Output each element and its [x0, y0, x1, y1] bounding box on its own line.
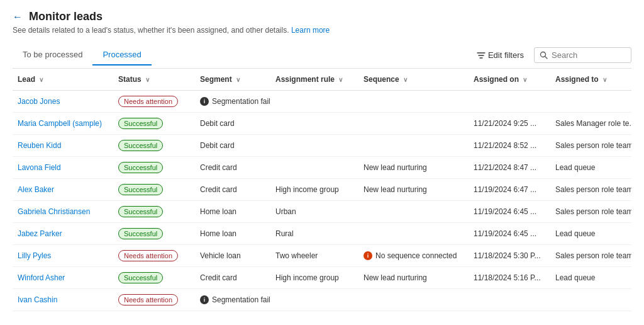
cell-lead: Alex Baker — [13, 179, 113, 201]
cell-status: Successful — [113, 179, 195, 201]
status-badge: Successful — [118, 272, 163, 283]
learn-more-link[interactable]: Learn more — [291, 26, 330, 35]
cell-assignment-rule — [270, 91, 358, 113]
cell-assigned-to: Lead queue — [550, 157, 631, 179]
cell-sequence — [358, 135, 469, 157]
table-row: Jabez ParkerSuccessfulHome loanRural11/1… — [13, 223, 631, 245]
cell-lead: Ivan Cashin — [13, 289, 113, 311]
cell-assigned-to: Sales person role team — [550, 245, 631, 267]
info-icon: i — [200, 97, 209, 106]
status-badge: Needs attention — [118, 250, 178, 261]
cell-assigned-on: 11/19/2024 6:45 ... — [469, 201, 550, 223]
sort-icon-segment: ∨ — [236, 76, 240, 83]
tabs-container: To be processed Processed — [13, 45, 152, 66]
table-row: Winford AsherSuccessfulCredit cardHigh i… — [13, 267, 631, 289]
lead-link[interactable]: Winford Asher — [18, 273, 65, 282]
search-input[interactable] — [552, 50, 626, 60]
cell-status: Successful — [113, 267, 195, 289]
lead-link[interactable]: Alex Baker — [18, 185, 54, 194]
table-row: Alex BakerSuccessfulCredit cardHigh inco… — [13, 179, 631, 201]
status-badge: Successful — [118, 140, 163, 151]
lead-link[interactable]: Lavona Field — [18, 163, 61, 172]
status-badge: Successful — [118, 118, 163, 129]
search-box — [534, 47, 631, 63]
cell-lead: Gabriela Christiansen — [13, 201, 113, 223]
cell-assigned-to — [550, 289, 631, 311]
status-badge: Successful — [118, 162, 163, 173]
info-icon: i — [200, 295, 209, 304]
cell-status: Needs attention — [113, 245, 195, 267]
table-header-row: Lead ∨ Status ∨ Segment ∨ Assignment rul… — [13, 69, 631, 91]
cell-assigned-to — [550, 91, 631, 113]
table-row: Jacob JonesNeeds attentioniSegmentation … — [13, 91, 631, 113]
cell-segment: iSegmentation failed — [195, 91, 270, 113]
col-header-lead[interactable]: Lead ∨ — [13, 69, 113, 91]
cell-segment: Credit card — [195, 157, 270, 179]
cell-assigned-on: 11/21/2024 8:52 ... — [469, 135, 550, 157]
cell-assigned-to: Sales person role team — [550, 135, 631, 157]
cell-segment: Credit card — [195, 267, 270, 289]
cell-assignment-rule: Urban — [270, 201, 358, 223]
sort-icon-lead: ∨ — [39, 76, 43, 83]
cell-status: Needs attention — [113, 289, 195, 311]
col-header-sequence[interactable]: Sequence ∨ — [358, 69, 469, 91]
cell-segment: iSegmentation failed — [195, 289, 270, 311]
svg-point-0 — [541, 52, 546, 57]
tab-processed[interactable]: Processed — [92, 45, 151, 66]
sort-icon-sequence: ∨ — [403, 76, 408, 83]
cell-assigned-on: 11/19/2024 6:45 ... — [469, 223, 550, 245]
edit-filters-button[interactable]: Edit filters — [472, 47, 529, 63]
table-row: Ivan CashinNeeds attentioniSegmentation … — [13, 289, 631, 311]
col-header-assigned-on[interactable]: Assigned on ∨ — [469, 69, 550, 91]
cell-status: Successful — [113, 113, 195, 135]
sort-icon-assigned-to: ∨ — [602, 76, 607, 83]
cell-status: Successful — [113, 201, 195, 223]
segmentation-failed: iSegmentation failed — [200, 295, 265, 304]
cell-segment: Credit card — [195, 179, 270, 201]
cell-sequence — [358, 91, 469, 113]
back-button[interactable]: ← — [13, 11, 23, 23]
cell-assignment-rule — [270, 113, 358, 135]
lead-link[interactable]: Ivan Cashin — [18, 295, 57, 304]
lead-link[interactable]: Gabriela Christiansen — [18, 207, 90, 216]
cell-status: Successful — [113, 157, 195, 179]
cell-assigned-on — [469, 289, 550, 311]
lead-link[interactable]: Jabez Parker — [18, 229, 62, 238]
table-row: Gabriela ChristiansenSuccessfulHome loan… — [13, 201, 631, 223]
sort-icon-assignment: ∨ — [338, 76, 343, 83]
cell-lead: Maria Campbell (sample) — [13, 113, 113, 135]
page-header: ← Monitor leads — [13, 10, 631, 23]
cell-assignment-rule: Two wheeler — [270, 245, 358, 267]
cell-lead: Lavona Field — [13, 157, 113, 179]
lead-link[interactable]: Jacob Jones — [18, 97, 60, 106]
status-badge: Successful — [118, 206, 163, 217]
cell-lead: Jacob Jones — [13, 91, 113, 113]
cell-assigned-to: Lead queue — [550, 223, 631, 245]
subtitle: See details related to a lead's status, … — [13, 26, 631, 35]
cell-segment: Debit card — [195, 135, 270, 157]
col-header-assigned-to[interactable]: Assigned to ∨ — [550, 69, 631, 91]
cell-sequence: New lead nurturing — [358, 267, 469, 289]
status-badge: Successful — [118, 184, 163, 195]
cell-sequence — [358, 113, 469, 135]
col-header-status[interactable]: Status ∨ — [113, 69, 195, 91]
cell-segment: Home loan — [195, 201, 270, 223]
lead-link[interactable]: Lilly Pyles — [18, 251, 51, 260]
cell-assigned-on: 11/21/2024 8:47 ... — [469, 157, 550, 179]
tab-to-be-processed[interactable]: To be processed — [13, 45, 92, 66]
lead-link[interactable]: Reuben Kidd — [18, 141, 61, 150]
cell-sequence: iNo sequence connected — [358, 245, 469, 267]
lead-link[interactable]: Maria Campbell (sample) — [18, 119, 102, 128]
sort-icon-assigned-on: ∨ — [523, 76, 527, 83]
search-icon — [540, 51, 548, 59]
cell-status: Needs attention — [113, 91, 195, 113]
cell-assignment-rule: High income group — [270, 179, 358, 201]
cell-sequence: New lead nurturing — [358, 179, 469, 201]
col-header-assignment-rule[interactable]: Assignment rule ∨ — [270, 69, 358, 91]
leads-table: Lead ∨ Status ∨ Segment ∨ Assignment rul… — [13, 69, 631, 311]
cell-segment: Home loan — [195, 223, 270, 245]
cell-assigned-to: Sales Manager role te... — [550, 113, 631, 135]
no-sequence-connected: iNo sequence connected — [364, 251, 464, 260]
cell-lead: Reuben Kidd — [13, 135, 113, 157]
col-header-segment[interactable]: Segment ∨ — [195, 69, 270, 91]
